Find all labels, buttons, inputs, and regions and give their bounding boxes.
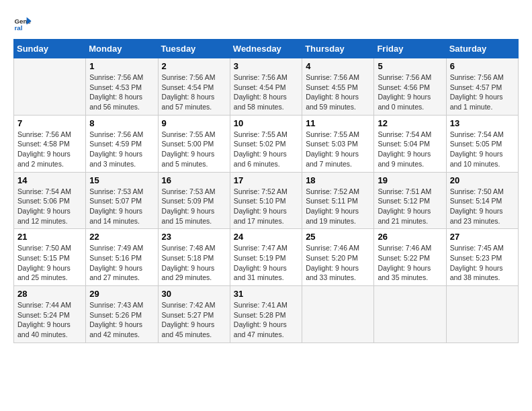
- day-number: 29: [89, 289, 154, 299]
- day-info: Sunrise: 7:55 AMSunset: 5:00 PMDaylight:…: [162, 130, 226, 169]
- day-info: Sunrise: 7:54 AMSunset: 5:05 PMDaylight:…: [450, 130, 515, 169]
- day-number: 4: [306, 61, 370, 71]
- day-info: Sunrise: 7:56 AMSunset: 4:54 PMDaylight:…: [162, 73, 226, 112]
- day-number: 21: [17, 232, 82, 242]
- calendar-cell: 20Sunrise: 7:50 AMSunset: 5:14 PMDayligh…: [446, 172, 518, 229]
- day-info: Sunrise: 7:50 AMSunset: 5:15 PMDaylight:…: [17, 243, 82, 283]
- calendar-cell: 7Sunrise: 7:56 AMSunset: 4:58 PMDaylight…: [14, 115, 86, 172]
- day-number: 23: [162, 232, 226, 242]
- day-number: 1: [89, 61, 154, 71]
- day-number: 2: [162, 61, 226, 71]
- day-number: 7: [17, 118, 82, 128]
- day-number: 15: [89, 175, 154, 185]
- calendar-cell: 5Sunrise: 7:56 AMSunset: 4:56 PMDaylight…: [374, 58, 446, 116]
- day-info: Sunrise: 7:53 AMSunset: 5:09 PMDaylight:…: [162, 187, 226, 226]
- day-number: 13: [450, 118, 515, 128]
- day-number: 19: [378, 175, 442, 185]
- day-info: Sunrise: 7:48 AMSunset: 5:18 PMDaylight:…: [162, 243, 226, 283]
- calendar-cell: 30Sunrise: 7:42 AMSunset: 5:27 PMDayligh…: [158, 286, 230, 343]
- calendar-cell: 2Sunrise: 7:56 AMSunset: 4:54 PMDaylight…: [158, 58, 230, 116]
- calendar-cell: 9Sunrise: 7:55 AMSunset: 5:00 PMDaylight…: [158, 115, 230, 172]
- calendar-cell: 12Sunrise: 7:54 AMSunset: 5:04 PMDayligh…: [374, 115, 446, 172]
- day-info: Sunrise: 7:41 AMSunset: 5:28 PMDaylight:…: [234, 300, 298, 340]
- header-row: SundayMondayTuesdayWednesdayThursdayFrid…: [14, 40, 519, 58]
- weekday-header: Saturday: [446, 40, 518, 58]
- day-number: 20: [450, 175, 515, 185]
- day-info: Sunrise: 7:45 AMSunset: 5:23 PMDaylight:…: [450, 243, 515, 283]
- page-header: Gene ral: [13, 13, 519, 32]
- day-info: Sunrise: 7:56 AMSunset: 4:59 PMDaylight:…: [89, 130, 154, 169]
- day-number: 17: [234, 175, 298, 185]
- day-number: 31: [234, 289, 298, 299]
- calendar-cell: 14Sunrise: 7:54 AMSunset: 5:06 PMDayligh…: [14, 172, 86, 229]
- calendar-cell: 10Sunrise: 7:55 AMSunset: 5:02 PMDayligh…: [230, 115, 302, 172]
- calendar-cell: 18Sunrise: 7:52 AMSunset: 5:11 PMDayligh…: [302, 172, 374, 229]
- day-number: 8: [89, 118, 154, 128]
- day-info: Sunrise: 7:46 AMSunset: 5:20 PMDaylight:…: [306, 243, 370, 283]
- calendar-cell: 15Sunrise: 7:53 AMSunset: 5:07 PMDayligh…: [86, 172, 158, 229]
- calendar-cell: [14, 58, 86, 116]
- day-info: Sunrise: 7:56 AMSunset: 4:56 PMDaylight:…: [378, 73, 442, 112]
- weekday-header: Monday: [86, 40, 158, 58]
- day-info: Sunrise: 7:55 AMSunset: 5:02 PMDaylight:…: [234, 130, 298, 169]
- day-number: 25: [306, 232, 370, 242]
- calendar-cell: 23Sunrise: 7:48 AMSunset: 5:18 PMDayligh…: [158, 229, 230, 286]
- day-info: Sunrise: 7:56 AMSunset: 4:55 PMDaylight:…: [306, 73, 370, 112]
- logo: Gene ral: [13, 13, 35, 32]
- day-number: 14: [17, 175, 82, 185]
- calendar-cell: 26Sunrise: 7:46 AMSunset: 5:22 PMDayligh…: [374, 229, 446, 286]
- day-number: 16: [162, 175, 226, 185]
- calendar-cell: 22Sunrise: 7:49 AMSunset: 5:16 PMDayligh…: [86, 229, 158, 286]
- day-info: Sunrise: 7:55 AMSunset: 5:03 PMDaylight:…: [306, 130, 370, 169]
- svg-text:ral: ral: [14, 24, 22, 32]
- day-number: 22: [89, 232, 154, 242]
- calendar-cell: 25Sunrise: 7:46 AMSunset: 5:20 PMDayligh…: [302, 229, 374, 286]
- calendar-cell: 31Sunrise: 7:41 AMSunset: 5:28 PMDayligh…: [230, 286, 302, 343]
- calendar-cell: 6Sunrise: 7:56 AMSunset: 4:57 PMDaylight…: [446, 58, 518, 116]
- calendar-cell: 3Sunrise: 7:56 AMSunset: 4:54 PMDaylight…: [230, 58, 302, 116]
- weekday-header: Thursday: [302, 40, 374, 58]
- day-number: 24: [234, 232, 298, 242]
- calendar-cell: 17Sunrise: 7:52 AMSunset: 5:10 PMDayligh…: [230, 172, 302, 229]
- calendar-body: 1Sunrise: 7:56 AMSunset: 4:53 PMDaylight…: [14, 58, 519, 343]
- calendar-week-row: 28Sunrise: 7:44 AMSunset: 5:24 PMDayligh…: [14, 286, 519, 343]
- calendar-cell: 13Sunrise: 7:54 AMSunset: 5:05 PMDayligh…: [446, 115, 518, 172]
- day-info: Sunrise: 7:47 AMSunset: 5:19 PMDaylight:…: [234, 243, 298, 283]
- calendar-cell: 8Sunrise: 7:56 AMSunset: 4:59 PMDaylight…: [86, 115, 158, 172]
- calendar-cell: 28Sunrise: 7:44 AMSunset: 5:24 PMDayligh…: [14, 286, 86, 343]
- calendar-cell: 11Sunrise: 7:55 AMSunset: 5:03 PMDayligh…: [302, 115, 374, 172]
- day-info: Sunrise: 7:54 AMSunset: 5:04 PMDaylight:…: [378, 130, 442, 169]
- day-number: 3: [234, 61, 298, 71]
- day-info: Sunrise: 7:46 AMSunset: 5:22 PMDaylight:…: [378, 243, 442, 283]
- day-info: Sunrise: 7:42 AMSunset: 5:27 PMDaylight:…: [162, 300, 226, 340]
- day-info: Sunrise: 7:56 AMSunset: 4:58 PMDaylight:…: [17, 130, 82, 169]
- calendar-week-row: 14Sunrise: 7:54 AMSunset: 5:06 PMDayligh…: [14, 172, 519, 229]
- weekday-header: Sunday: [14, 40, 86, 58]
- day-info: Sunrise: 7:56 AMSunset: 4:57 PMDaylight:…: [450, 73, 515, 112]
- day-info: Sunrise: 7:51 AMSunset: 5:12 PMDaylight:…: [378, 187, 442, 226]
- calendar-cell: [446, 286, 518, 343]
- calendar-cell: 21Sunrise: 7:50 AMSunset: 5:15 PMDayligh…: [14, 229, 86, 286]
- day-info: Sunrise: 7:43 AMSunset: 5:26 PMDaylight:…: [89, 300, 154, 340]
- day-info: Sunrise: 7:54 AMSunset: 5:06 PMDaylight:…: [17, 187, 82, 226]
- day-info: Sunrise: 7:56 AMSunset: 4:54 PMDaylight:…: [234, 73, 298, 112]
- day-number: 9: [162, 118, 226, 128]
- day-number: 27: [450, 232, 515, 242]
- day-info: Sunrise: 7:52 AMSunset: 5:11 PMDaylight:…: [306, 187, 370, 226]
- day-number: 10: [234, 118, 298, 128]
- day-number: 6: [450, 61, 515, 71]
- calendar-cell: 24Sunrise: 7:47 AMSunset: 5:19 PMDayligh…: [230, 229, 302, 286]
- day-number: 5: [378, 61, 442, 71]
- day-info: Sunrise: 7:56 AMSunset: 4:53 PMDaylight:…: [89, 73, 154, 112]
- weekday-header: Tuesday: [158, 40, 230, 58]
- weekday-header: Wednesday: [230, 40, 302, 58]
- weekday-header: Friday: [374, 40, 446, 58]
- calendar-week-row: 7Sunrise: 7:56 AMSunset: 4:58 PMDaylight…: [14, 115, 519, 172]
- day-number: 12: [378, 118, 442, 128]
- logo-icon: Gene ral: [13, 13, 32, 32]
- calendar-cell: 1Sunrise: 7:56 AMSunset: 4:53 PMDaylight…: [86, 58, 158, 116]
- day-number: 18: [306, 175, 370, 185]
- calendar-cell: 29Sunrise: 7:43 AMSunset: 5:26 PMDayligh…: [86, 286, 158, 343]
- day-info: Sunrise: 7:50 AMSunset: 5:14 PMDaylight:…: [450, 187, 515, 226]
- calendar-week-row: 21Sunrise: 7:50 AMSunset: 5:15 PMDayligh…: [14, 229, 519, 286]
